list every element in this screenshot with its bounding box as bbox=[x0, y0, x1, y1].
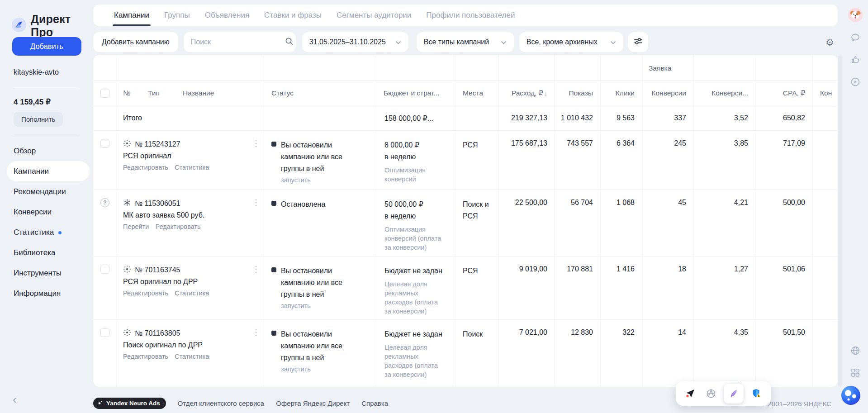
tab-audience-segments[interactable]: Сегменты аудитории bbox=[337, 5, 411, 26]
tab-campaigns[interactable]: Кампании bbox=[114, 5, 149, 26]
notification-dot bbox=[58, 231, 62, 234]
help-icon[interactable] bbox=[100, 198, 109, 207]
campaign-name[interactable]: РСЯ оригинал по ДРР bbox=[123, 278, 264, 286]
copyright: © 2001–2026 ЯНДЕКС bbox=[761, 400, 831, 408]
campaign-name[interactable]: МК авто заявка 500 руб. bbox=[123, 211, 264, 219]
edit-link[interactable]: Редактировать bbox=[123, 164, 168, 171]
shows-value: 12 830 bbox=[555, 320, 601, 387]
spend-value: 9 019,00 bbox=[498, 256, 555, 319]
totals-conv-rate: 3,52 bbox=[694, 106, 756, 130]
column-shows[interactable]: Показы bbox=[555, 81, 601, 106]
apps-grid-icon[interactable] bbox=[850, 367, 861, 378]
table-header: № Тип Название Статус Бюджет и страт... … bbox=[93, 81, 838, 106]
search-box[interactable] bbox=[184, 32, 296, 52]
filters-button[interactable] bbox=[628, 32, 648, 52]
row-checkbox[interactable] bbox=[100, 139, 109, 148]
column-places[interactable]: Места bbox=[455, 81, 498, 106]
table-row: № 115243127 РСЯ оригинал Редактировать С… bbox=[93, 131, 838, 190]
column-conversions[interactable]: Конверсии bbox=[642, 81, 694, 106]
sidebar-item-campaigns[interactable]: Кампании bbox=[7, 161, 90, 181]
archive-filter[interactable]: Все, кроме архивных bbox=[519, 32, 623, 52]
statistics-link[interactable]: Статистика bbox=[175, 290, 209, 297]
add-button[interactable]: Добавить bbox=[12, 37, 81, 56]
row-menu-icon[interactable] bbox=[252, 328, 257, 337]
app-logo[interactable]: Директ Про bbox=[11, 13, 93, 39]
statistics-link[interactable]: Статистика bbox=[175, 164, 209, 171]
chat-icon[interactable] bbox=[850, 32, 861, 43]
row-checkbox[interactable] bbox=[100, 265, 109, 274]
status-stopped-icon bbox=[271, 267, 276, 272]
row-menu-icon[interactable] bbox=[252, 138, 257, 148]
settings-gear-icon[interactable] bbox=[825, 38, 834, 47]
tab-ads[interactable]: Объявления bbox=[205, 5, 249, 26]
edit-link[interactable]: Редактировать bbox=[123, 353, 168, 360]
select-all-checkbox[interactable] bbox=[100, 89, 109, 98]
client-service-link[interactable]: Отдел клиентского сервиса bbox=[178, 399, 264, 407]
cpa-value: 501,50 bbox=[756, 320, 813, 387]
start-campaign-link[interactable]: запустить bbox=[281, 176, 376, 184]
shield-warning-icon[interactable] bbox=[748, 385, 764, 402]
extensions-toolbar bbox=[676, 381, 771, 406]
help-link[interactable]: Справка bbox=[361, 399, 388, 407]
dog-avatar-icon[interactable] bbox=[848, 7, 863, 24]
chevron-down-icon bbox=[395, 38, 401, 46]
column-truncated[interactable]: Кон bbox=[813, 81, 838, 106]
tab-groups[interactable]: Группы bbox=[164, 5, 190, 26]
campaign-name[interactable]: РСЯ оригинал bbox=[123, 152, 264, 160]
column-type[interactable]: Тип bbox=[148, 89, 183, 106]
totals-cpa: 650,82 bbox=[756, 106, 813, 130]
start-campaign-link[interactable]: запустить bbox=[281, 366, 376, 373]
tab-bids-phrases[interactable]: Ставки и фразы bbox=[264, 5, 322, 26]
topup-button[interactable]: Пополнить bbox=[14, 112, 63, 127]
budget-period: в неделю bbox=[384, 210, 455, 222]
play-icon[interactable] bbox=[850, 76, 861, 87]
conversions-value: 14 bbox=[642, 320, 694, 387]
go-to-link[interactable]: Перейти bbox=[123, 223, 149, 230]
offer-link[interactable]: Оферта Яндекс Директ bbox=[276, 399, 350, 407]
row-menu-icon[interactable] bbox=[252, 198, 257, 208]
scrollbar[interactable] bbox=[838, 55, 842, 387]
column-name[interactable]: Название bbox=[183, 89, 214, 106]
table-group-header: Заявка bbox=[93, 55, 838, 81]
places-value: Поиск bbox=[455, 320, 498, 387]
date-range-filter[interactable]: 31.05.2025–31.10.2025 bbox=[302, 32, 408, 52]
collapse-sidebar-icon[interactable] bbox=[13, 394, 17, 405]
sidebar-menu: Обзор Кампании Рекомендации Конверсии Ст… bbox=[0, 141, 93, 304]
campaign-type-filter[interactable]: Все типы кампаний bbox=[417, 32, 514, 52]
edit-link[interactable]: Редактировать bbox=[155, 223, 200, 230]
search-input[interactable] bbox=[191, 38, 285, 46]
thumbs-up-icon[interactable] bbox=[850, 54, 861, 65]
column-conv-rate[interactable]: Конверси... bbox=[694, 81, 756, 106]
column-clicks[interactable]: Клики bbox=[601, 81, 642, 106]
sidebar-item-conversions[interactable]: Конверсии bbox=[0, 202, 93, 222]
sidebar-item-recommendations[interactable]: Рекомендации bbox=[0, 181, 93, 202]
campaign-name[interactable]: Поиск оригинал по ДРР bbox=[123, 341, 264, 349]
row-checkbox[interactable] bbox=[100, 328, 109, 337]
assistant-sphere-icon[interactable] bbox=[841, 385, 861, 407]
paper-plane-icon[interactable] bbox=[682, 385, 698, 402]
feather-icon[interactable] bbox=[724, 384, 744, 404]
start-campaign-link[interactable]: запустить bbox=[281, 302, 376, 309]
top-tabs: Кампании Группы Объявления Ставки и фраз… bbox=[93, 5, 838, 26]
table-row: № 115306051 МК авто заявка 500 руб. Пере… bbox=[93, 190, 838, 256]
sidebar-item-library[interactable]: Библиотека bbox=[0, 242, 93, 263]
neuro-ads-badge[interactable]: Yandex Neuro Ads bbox=[93, 398, 166, 409]
sidebar-item-tools[interactable]: Инструменты bbox=[0, 263, 93, 283]
column-number[interactable]: № bbox=[123, 89, 148, 106]
column-budget[interactable]: Бюджет и страт... bbox=[376, 81, 455, 106]
sidebar-item-overview[interactable]: Обзор bbox=[0, 141, 93, 161]
tab-user-profiles[interactable]: Профили пользователей bbox=[426, 5, 515, 26]
statistics-link[interactable]: Статистика bbox=[175, 353, 209, 360]
sidebar-item-information[interactable]: Информация bbox=[0, 283, 93, 304]
column-status[interactable]: Статус bbox=[264, 81, 376, 106]
account-name[interactable]: kitayskie-avto bbox=[14, 68, 59, 76]
circled-a-icon[interactable] bbox=[703, 385, 719, 402]
edit-link[interactable]: Редактировать bbox=[123, 290, 168, 297]
row-menu-icon[interactable] bbox=[252, 264, 257, 274]
add-campaign-button[interactable]: Добавить кампанию bbox=[93, 32, 178, 52]
campaign-number: № 115306051 bbox=[135, 199, 180, 208]
column-cpa[interactable]: CPA, ₽ bbox=[756, 81, 813, 106]
globe-icon[interactable] bbox=[850, 345, 861, 356]
sort-desc-icon[interactable] bbox=[543, 89, 548, 97]
sidebar-item-statistics[interactable]: Статистика bbox=[0, 222, 93, 242]
